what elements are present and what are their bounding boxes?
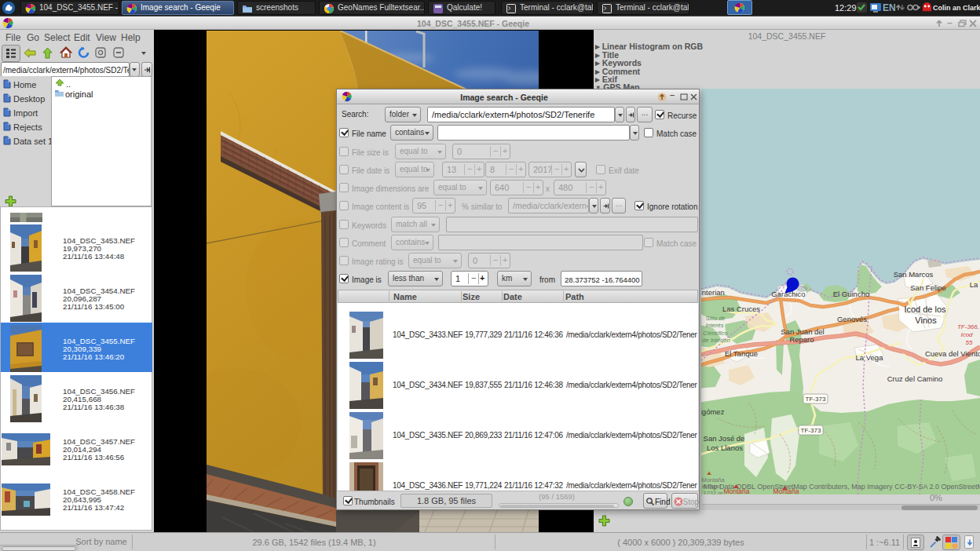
svg-text:San Marcos: San Marcos bbox=[894, 270, 934, 279]
svg-text:Científico: Científico bbox=[703, 330, 727, 337]
svg-text:Cueva del Viento: Cueva del Viento bbox=[925, 349, 980, 358]
svg-text:Garachico: Garachico bbox=[771, 290, 805, 298]
svg-text:San José de: San José de bbox=[704, 434, 745, 443]
svg-text:Map Data ODBL OpenStreetMap Co: Map Data ODBL OpenStreetMap Contributers… bbox=[704, 483, 980, 491]
svg-text:55: 55 bbox=[966, 339, 973, 346]
svg-text:El Guincho: El Guincho bbox=[833, 290, 869, 298]
svg-text:TF-366,: TF-366, bbox=[957, 323, 979, 330]
svg-text:Sitio de: Sitio de bbox=[705, 315, 725, 322]
svg-text:Ruigómez: Ruigómez bbox=[701, 407, 725, 416]
svg-text:Cruz del Camino: Cruz del Camino bbox=[887, 374, 943, 383]
svg-text:Genovés: Genovés bbox=[837, 315, 867, 323]
svg-text:Las Cruces: Las Cruces bbox=[722, 305, 760, 313]
svg-text:Interian: Interian bbox=[701, 288, 725, 297]
svg-text:La: La bbox=[970, 280, 978, 289]
svg-text:TF-373: TF-373 bbox=[801, 427, 821, 434]
svg-text:El Tanque: El Tanque bbox=[725, 349, 758, 358]
svg-text:Icod de los: Icod de los bbox=[904, 305, 946, 314]
svg-text:Icod: Icod bbox=[960, 331, 973, 338]
svg-text:de Interión: de Interión bbox=[702, 337, 730, 344]
svg-text:Interés: Interés bbox=[706, 322, 724, 329]
svg-text:TF-373: TF-373 bbox=[806, 396, 826, 403]
svg-text:La Vega: La Vega bbox=[856, 353, 884, 362]
svg-text:Reparo: Reparo bbox=[789, 335, 814, 344]
svg-text:Los Llanos: Los Llanos bbox=[707, 443, 743, 452]
svg-text:San Felipe: San Felipe bbox=[910, 283, 945, 292]
svg-text:Vinos: Vinos bbox=[915, 316, 937, 325]
